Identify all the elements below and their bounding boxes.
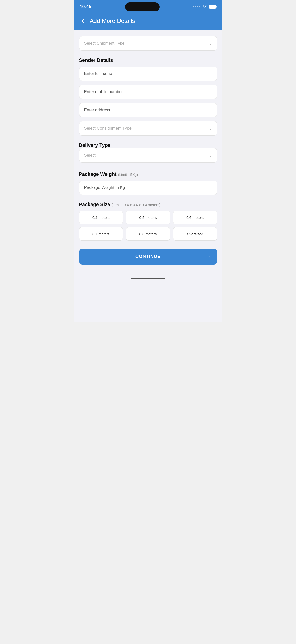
consignment-type-placeholder: Select Consignment Type: [84, 126, 132, 131]
status-icons: [193, 4, 216, 9]
package-weight-limit: (Limit - 5Kg): [118, 172, 138, 176]
chevron-down-icon-2: ⌄: [209, 126, 212, 131]
package-weight-label: Package Weight: [79, 172, 117, 177]
delivery-type-label: Delivery Type: [79, 142, 111, 148]
shipment-type-dropdown[interactable]: Select Shipment Type ⌄: [79, 36, 217, 50]
continue-label: CONTINUE: [135, 254, 161, 259]
signal-icon: [193, 6, 200, 7]
sender-details-label: Sender Details: [79, 58, 217, 63]
size-option-2[interactable]: 0.6 meters: [173, 211, 217, 224]
header: Add More Details: [74, 14, 222, 30]
full-name-input[interactable]: [79, 66, 217, 81]
package-size-section: Package Size (Limit - 0.4 x 0.4 x 0.4 me…: [79, 202, 217, 248]
chevron-down-icon-3: ⌄: [209, 153, 212, 158]
status-bar: 10:45: [74, 0, 222, 14]
mobile-number-input[interactable]: [79, 85, 217, 99]
home-bar: [131, 278, 165, 279]
size-option-1[interactable]: 0.5 meters: [126, 211, 170, 224]
arrow-right-icon: →: [206, 254, 211, 259]
size-option-4[interactable]: 0.8 meters: [126, 227, 170, 241]
content-area: Select Shipment Type ⌄ Sender Details Se…: [74, 30, 222, 275]
size-options-grid: 0.4 meters 0.5 meters 0.6 meters 0.7 met…: [79, 211, 217, 241]
continue-button[interactable]: CONTINUE →: [79, 248, 217, 264]
delivery-type-placeholder: Select: [84, 153, 96, 158]
shipment-type-placeholder: Select Shipment Type: [84, 41, 125, 46]
package-size-limit: (Limit - 0.4 x 0.4 x 0.4 meters): [111, 203, 160, 207]
delivery-type-dropdown[interactable]: Select ⌄: [79, 148, 217, 162]
status-time: 10:45: [80, 4, 91, 9]
delivery-type-section: Delivery Type Select ⌄: [79, 142, 217, 170]
consignment-type-dropdown[interactable]: Select Consignment Type ⌄: [79, 121, 217, 136]
phone-container: 10:45 Add More Details: [74, 0, 222, 322]
battery-icon: [209, 5, 216, 8]
package-weight-input[interactable]: [79, 180, 217, 195]
chevron-down-icon: ⌄: [209, 41, 212, 46]
size-option-5[interactable]: Oversized: [173, 227, 217, 241]
address-input[interactable]: [79, 103, 217, 117]
home-indicator: [74, 275, 222, 283]
dynamic-island: [125, 2, 160, 11]
package-size-label: Package Size: [79, 202, 110, 207]
size-option-0[interactable]: 0.4 meters: [79, 211, 123, 224]
page-title: Add More Details: [90, 18, 135, 24]
size-option-3[interactable]: 0.7 meters: [79, 227, 123, 241]
back-button[interactable]: [80, 18, 86, 24]
package-weight-section: Package Weight (Limit - 5Kg): [79, 172, 217, 202]
wifi-icon: [202, 4, 207, 9]
